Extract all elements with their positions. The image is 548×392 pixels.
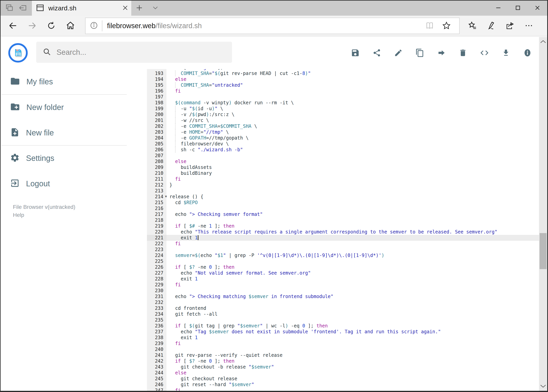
code-line-text[interactable]: git rev-parse --verify --quiet release — [166, 352, 539, 358]
code-line-text[interactable]: git reset --hard "$semver" — [166, 382, 539, 387]
code-line-text[interactable]: exit 1 — [166, 276, 539, 282]
tab-preview-button[interactable] — [5, 3, 14, 13]
code-line-text[interactable]: fi — [166, 88, 539, 94]
code-line-text[interactable]: exit 1 — [166, 335, 539, 341]
code-line-text[interactable] — [166, 346, 539, 352]
search-input[interactable] — [56, 48, 230, 56]
code-line-text[interactable]: exit 1 — [166, 235, 539, 241]
code-line-text[interactable] — [166, 217, 539, 223]
scroll-up-icon[interactable] — [539, 38, 547, 46]
help-link[interactable]: Help — [13, 211, 75, 219]
refresh-button[interactable] — [42, 17, 61, 35]
page-scrollbar[interactable] — [539, 37, 547, 391]
code-line-text[interactable]: git checkout -b release "$semver" — [166, 364, 539, 370]
set-tabs-aside-button[interactable] — [18, 3, 28, 13]
code-line-text[interactable]: semver=$(echo "$1" | grep -P '^v(0|[1-9]… — [166, 252, 539, 258]
code-line-text[interactable]: -u "$(id -u)" \ — [166, 106, 539, 112]
code-line-text[interactable]: COMMIT_SHA="$(git rev-parse HEAD | cut -… — [166, 70, 539, 76]
code-line-text[interactable]: -v /$(pwd):/src:z \ — [166, 112, 539, 117]
filebrowser-logo[interactable] — [8, 43, 28, 64]
sidebar-item-logout[interactable]: Logout — [0, 171, 127, 196]
code-line-text[interactable]: echo "Not valid semver format. See semve… — [166, 270, 539, 276]
maximize-button[interactable] — [508, 0, 528, 16]
new-tab-button[interactable] — [131, 0, 147, 16]
sidebar-item-new-file[interactable]: New file — [0, 120, 127, 145]
address-bar[interactable]: filebrowser.web/files/wizard.sh — [85, 18, 460, 34]
code-line-text[interactable]: cd frontend — [166, 305, 539, 311]
copy-button[interactable] — [415, 49, 424, 57]
code-line-text[interactable]: filebrowser/dev \ — [166, 141, 539, 147]
rename-button[interactable] — [394, 49, 403, 57]
code-line-text[interactable]: if [ $(git tag | grep "$semver" | wc -l)… — [166, 323, 539, 329]
code-line-text[interactable]: -w //src \ — [166, 117, 539, 123]
code-line-240: 240 — [127, 346, 539, 352]
code-line-text[interactable] — [166, 288, 539, 294]
download-button[interactable] — [501, 49, 510, 57]
code-line-214: 214▾release () { — [127, 194, 539, 200]
code-line-text[interactable]: echo "Tag $semver does not exist in subm… — [166, 329, 539, 335]
code-line-text[interactable] — [166, 317, 539, 323]
close-tab-button[interactable] — [122, 5, 128, 11]
scrollbar-thumb[interactable] — [540, 233, 547, 269]
code-line-text[interactable]: fi — [166, 241, 539, 247]
back-button[interactable] — [3, 17, 22, 35]
annotate-button[interactable] — [482, 17, 501, 35]
code-line-text[interactable]: if [ $? -ne 0 ]; then — [166, 264, 539, 270]
code-line-text[interactable] — [166, 94, 539, 100]
browser-tab[interactable]: wizard.sh — [32, 0, 131, 16]
more-button[interactable] — [520, 17, 538, 35]
delete-button[interactable] — [458, 49, 467, 57]
search-bar[interactable] — [36, 42, 232, 63]
code-line-text[interactable]: buildAssets — [166, 164, 539, 170]
code-line-text[interactable] — [166, 205, 539, 211]
code-line-text[interactable]: fi — [166, 176, 539, 182]
code-line-text[interactable]: release () { — [166, 194, 539, 200]
code-line-text[interactable] — [166, 299, 539, 305]
save-button[interactable] — [351, 49, 360, 57]
code-line-text[interactable] — [166, 247, 539, 252]
code-line-text[interactable]: buildBinary — [166, 170, 539, 176]
sidebar-item-new-folder[interactable]: New folder — [0, 95, 127, 120]
code-line-text[interactable]: cd $REPO — [166, 200, 539, 205]
forward-button[interactable] — [22, 17, 42, 35]
favorite-button[interactable] — [438, 21, 455, 31]
site-info-icon[interactable] — [90, 21, 98, 30]
code-line-text[interactable]: -e HOME="//tmp" \ — [166, 129, 539, 135]
share-button[interactable] — [501, 17, 520, 35]
code-line-text[interactable]: git fetch --all — [166, 311, 539, 317]
code-line-text[interactable]: sh -c "./wizard.sh -b" — [166, 147, 539, 153]
code-line-text[interactable]: echo "> Checking semver format" — [166, 211, 539, 217]
code-line-text[interactable]: -e COMMIT_SHA=$COMMIT_SHA \ — [166, 123, 539, 129]
code-line-text[interactable]: } — [166, 182, 539, 188]
close-window-button[interactable] — [528, 0, 547, 16]
code-line-text[interactable]: if [ $? -ne 0 ]; then — [166, 358, 539, 364]
code-line-text[interactable]: echo "This release script requires a sin… — [166, 229, 539, 235]
source-code-button[interactable] — [480, 49, 489, 57]
code-editor[interactable]: if [ -d ".git" ]; then193 COMMIT_SHA="$(… — [127, 65, 539, 391]
share-file-button[interactable] — [372, 49, 381, 57]
code-line-text[interactable]: -e GOPATH=//tmp/gopath \ — [166, 135, 539, 141]
sidebar-item-my-files[interactable]: My files — [0, 69, 127, 94]
move-button[interactable] — [437, 49, 446, 57]
code-line-text[interactable]: git checkout release — [166, 376, 539, 382]
code-line-text[interactable]: $(command -v winpty) docker run --rm -it… — [166, 100, 539, 106]
hub-button[interactable] — [463, 17, 482, 35]
code-line-text[interactable]: else — [166, 370, 539, 376]
code-line-text[interactable]: COMMIT_SHA="untracked" — [166, 82, 539, 88]
code-line-text[interactable]: fi — [166, 387, 539, 391]
code-line-text[interactable]: fi — [166, 282, 539, 288]
code-line-text[interactable]: echo "> Checking matching $semver in fro… — [166, 294, 539, 299]
code-line-text[interactable] — [166, 258, 539, 264]
code-line-text[interactable] — [166, 188, 539, 194]
sidebar-item-settings[interactable]: Settings — [0, 146, 127, 171]
code-line-text[interactable] — [166, 153, 539, 159]
code-line-text[interactable]: fi — [166, 341, 539, 346]
code-line-text[interactable]: if [ $# -ne 1 ]; then — [166, 223, 539, 229]
home-button[interactable] — [61, 17, 80, 35]
code-line-text[interactable]: else — [166, 76, 539, 82]
tab-list-button[interactable] — [147, 0, 163, 16]
scroll-down-icon[interactable] — [539, 382, 547, 390]
info-button[interactable] — [523, 49, 532, 57]
minimize-button[interactable] — [489, 0, 508, 16]
code-line-text[interactable]: else — [166, 159, 539, 164]
